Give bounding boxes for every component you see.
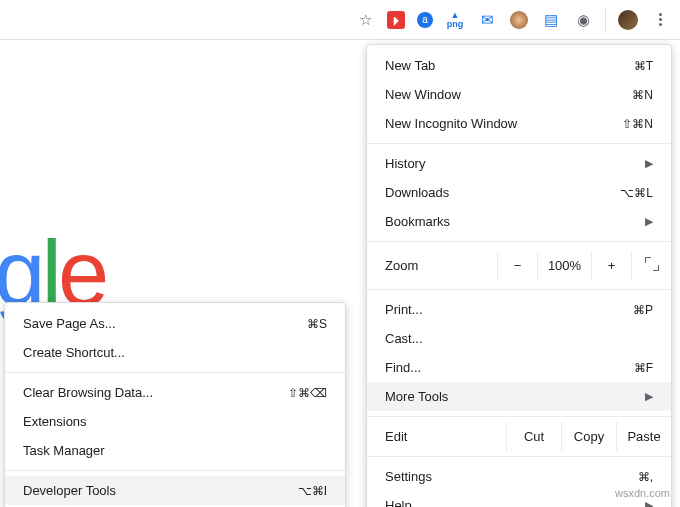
menu-shortcut: ⌘, bbox=[638, 470, 653, 484]
zoom-out-button[interactable]: − bbox=[497, 252, 537, 279]
edit-label: Edit bbox=[367, 422, 506, 451]
menu-label: Cast... bbox=[385, 331, 423, 346]
submenu-save-page[interactable]: Save Page As... ⌘S bbox=[5, 309, 345, 338]
extension-icon-doc[interactable]: ▤ bbox=[541, 10, 561, 30]
extension-icon-1[interactable]: ⏵ bbox=[387, 11, 405, 29]
bookmark-star-icon[interactable]: ☆ bbox=[355, 10, 375, 30]
menu-shortcut: ⌥⌘I bbox=[298, 484, 327, 498]
profile-avatar[interactable] bbox=[618, 10, 638, 30]
submenu-arrow-icon: ▶ bbox=[645, 215, 653, 228]
menu-label: Downloads bbox=[385, 185, 449, 200]
menu-label: History bbox=[385, 156, 425, 171]
submenu-extensions[interactable]: Extensions bbox=[5, 407, 345, 436]
submenu-task-manager[interactable]: Task Manager bbox=[5, 436, 345, 465]
menu-print[interactable]: Print... ⌘P bbox=[367, 295, 671, 324]
zoom-value: 100% bbox=[537, 252, 591, 279]
submenu-developer-tools[interactable]: Developer Tools ⌥⌘I bbox=[5, 476, 345, 505]
submenu-arrow-icon: ▶ bbox=[645, 499, 653, 507]
menu-separator bbox=[367, 241, 671, 242]
submenu-clear-browsing[interactable]: Clear Browsing Data... ⇧⌘⌫ bbox=[5, 378, 345, 407]
watermark: wsxdn.com bbox=[615, 487, 670, 499]
menu-label: Extensions bbox=[23, 414, 87, 429]
menu-shortcut: ⌘N bbox=[632, 88, 653, 102]
menu-incognito[interactable]: New Incognito Window ⇧⌘N bbox=[367, 109, 671, 138]
extension-icon-avatar[interactable] bbox=[509, 10, 529, 30]
menu-label: New Window bbox=[385, 87, 461, 102]
menu-label: Task Manager bbox=[23, 443, 105, 458]
menu-edit: Edit Cut Copy Paste bbox=[367, 422, 671, 451]
menu-shortcut: ⌘S bbox=[307, 317, 327, 331]
menu-more-tools[interactable]: More Tools ▶ bbox=[367, 382, 671, 411]
extension-icon-2[interactable]: a bbox=[417, 12, 433, 28]
menu-downloads[interactable]: Downloads ⌥⌘L bbox=[367, 178, 671, 207]
menu-shortcut: ⌘P bbox=[633, 303, 653, 317]
extension-icon-mail[interactable]: ✉ bbox=[477, 10, 497, 30]
menu-separator bbox=[367, 143, 671, 144]
menu-shortcut: ⌘T bbox=[634, 59, 653, 73]
browser-toolbar: ☆ ⏵ a ▲png ✉ ▤ ◉ bbox=[0, 0, 680, 40]
menu-label: Bookmarks bbox=[385, 214, 450, 229]
zoom-label: Zoom bbox=[367, 258, 497, 273]
chrome-main-menu: New Tab ⌘T New Window ⌘N New Incognito W… bbox=[366, 44, 672, 507]
menu-separator bbox=[367, 416, 671, 417]
menu-find[interactable]: Find... ⌘F bbox=[367, 353, 671, 382]
menu-label: Save Page As... bbox=[23, 316, 116, 331]
menu-new-tab[interactable]: New Tab ⌘T bbox=[367, 51, 671, 80]
toolbar-divider bbox=[605, 9, 606, 31]
more-tools-submenu: Save Page As... ⌘S Create Shortcut... Cl… bbox=[4, 302, 346, 507]
menu-label: Find... bbox=[385, 360, 421, 375]
menu-label: New Tab bbox=[385, 58, 435, 73]
zoom-in-button[interactable]: + bbox=[591, 252, 631, 279]
menu-label: More Tools bbox=[385, 389, 448, 404]
menu-cast[interactable]: Cast... bbox=[367, 324, 671, 353]
menu-label: Clear Browsing Data... bbox=[23, 385, 153, 400]
menu-shortcut: ⌥⌘L bbox=[620, 186, 653, 200]
edit-copy-button[interactable]: Copy bbox=[561, 422, 616, 451]
menu-shortcut: ⇧⌘⌫ bbox=[288, 386, 327, 400]
fullscreen-button[interactable] bbox=[631, 251, 671, 280]
extension-icon-camera[interactable]: ◉ bbox=[573, 10, 593, 30]
menu-shortcut: ⇧⌘N bbox=[622, 117, 653, 131]
menu-label: Developer Tools bbox=[23, 483, 116, 498]
menu-shortcut: ⌘F bbox=[634, 361, 653, 375]
fullscreen-icon bbox=[645, 257, 659, 271]
menu-label: Help bbox=[385, 498, 412, 507]
menu-separator bbox=[5, 470, 345, 471]
submenu-arrow-icon: ▶ bbox=[645, 157, 653, 170]
menu-history[interactable]: History ▶ bbox=[367, 149, 671, 178]
menu-separator bbox=[367, 456, 671, 457]
menu-zoom: Zoom − 100% + bbox=[367, 247, 671, 284]
extension-icon-png[interactable]: ▲png bbox=[445, 10, 465, 30]
edit-paste-button[interactable]: Paste bbox=[616, 422, 671, 451]
submenu-create-shortcut[interactable]: Create Shortcut... bbox=[5, 338, 345, 367]
menu-label: Print... bbox=[385, 302, 423, 317]
menu-bookmarks[interactable]: Bookmarks ▶ bbox=[367, 207, 671, 236]
menu-new-window[interactable]: New Window ⌘N bbox=[367, 80, 671, 109]
submenu-arrow-icon: ▶ bbox=[645, 390, 653, 403]
menu-label: New Incognito Window bbox=[385, 116, 517, 131]
menu-label: Settings bbox=[385, 469, 432, 484]
chrome-menu-button[interactable] bbox=[650, 10, 670, 30]
menu-separator bbox=[367, 289, 671, 290]
menu-separator bbox=[5, 372, 345, 373]
menu-label: Create Shortcut... bbox=[23, 345, 125, 360]
edit-cut-button[interactable]: Cut bbox=[506, 422, 561, 451]
